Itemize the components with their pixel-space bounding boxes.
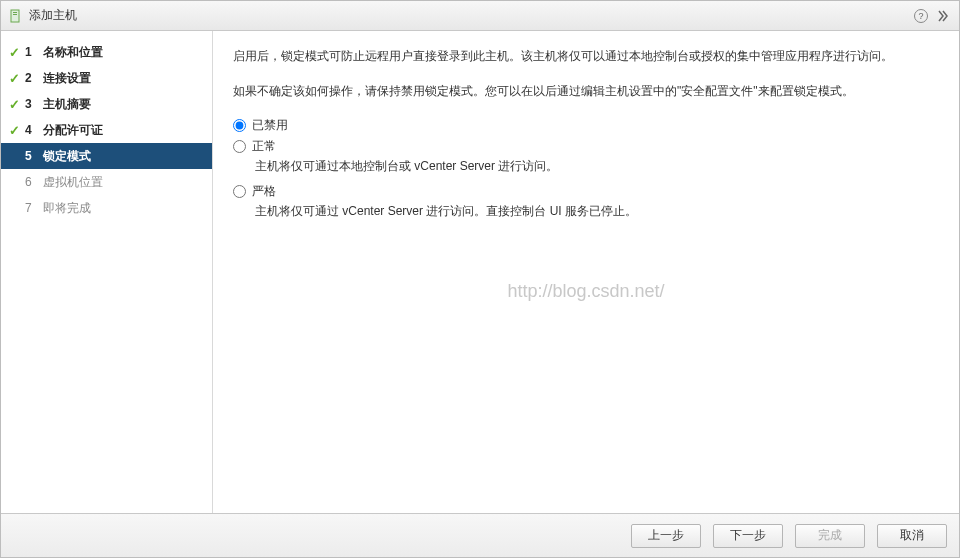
svg-rect-2 (13, 14, 17, 15)
option-disabled[interactable]: 已禁用 (233, 117, 943, 134)
step-number: 5 (25, 149, 39, 163)
option-normal[interactable]: 正常 (233, 138, 943, 155)
step-connection[interactable]: ✓ 2 连接设置 (1, 65, 212, 91)
next-button[interactable]: 下一步 (713, 524, 783, 548)
wizard-steps: ✓ 1 名称和位置 ✓ 2 连接设置 ✓ 3 主机摘要 ✓ 4 分配许可证 ✓ (1, 31, 213, 513)
radio-strict[interactable] (233, 185, 246, 198)
check-icon: ✓ (9, 175, 25, 190)
step-lockdown[interactable]: ✓ 5 锁定模式 (1, 143, 212, 169)
dialog-title: 添加主机 (29, 7, 77, 24)
option-strict[interactable]: 严格 (233, 183, 943, 200)
add-host-dialog: 添加主机 ? ✓ 1 名称和位置 ✓ 2 连接设置 ✓ 3 主机摘要 (0, 0, 960, 558)
watermark-text: http://blog.csdn.net/ (213, 281, 959, 302)
step-label: 即将完成 (43, 200, 91, 217)
back-button[interactable]: 上一步 (631, 524, 701, 548)
svg-text:?: ? (918, 11, 923, 21)
hint-text: 如果不确定该如何操作，请保持禁用锁定模式。您可以在以后通过编辑主机设置中的"安全… (233, 82, 943, 101)
option-label: 正常 (252, 138, 276, 155)
check-icon: ✓ (9, 149, 25, 164)
step-license[interactable]: ✓ 4 分配许可证 (1, 117, 212, 143)
content-pane: 启用后，锁定模式可防止远程用户直接登录到此主机。该主机将仅可以通过本地控制台或授… (213, 31, 959, 513)
step-number: 6 (25, 175, 39, 189)
expand-icon[interactable] (935, 8, 951, 24)
cancel-button[interactable]: 取消 (877, 524, 947, 548)
step-vm-location: ✓ 6 虚拟机位置 (1, 169, 212, 195)
option-strict-desc: 主机将仅可通过 vCenter Server 进行访问。直接控制台 UI 服务已… (255, 202, 943, 220)
check-icon: ✓ (9, 45, 25, 60)
step-number: 7 (25, 201, 39, 215)
step-label: 名称和位置 (43, 44, 103, 61)
step-label: 主机摘要 (43, 96, 91, 113)
step-name-location[interactable]: ✓ 1 名称和位置 (1, 39, 212, 65)
step-number: 3 (25, 97, 39, 111)
step-number: 4 (25, 123, 39, 137)
finish-button: 完成 (795, 524, 865, 548)
radio-disabled[interactable] (233, 119, 246, 132)
check-icon: ✓ (9, 123, 25, 138)
intro-text: 启用后，锁定模式可防止远程用户直接登录到此主机。该主机将仅可以通过本地控制台或授… (233, 47, 943, 66)
check-icon: ✓ (9, 97, 25, 112)
svg-rect-1 (13, 12, 17, 13)
svg-rect-0 (11, 10, 19, 22)
footer: 上一步 下一步 完成 取消 (1, 513, 959, 557)
step-label: 虚拟机位置 (43, 174, 103, 191)
step-number: 2 (25, 71, 39, 85)
option-label: 严格 (252, 183, 276, 200)
step-label: 分配许可证 (43, 122, 103, 139)
option-label: 已禁用 (252, 117, 288, 134)
host-icon (9, 9, 23, 23)
step-ready: ✓ 7 即将完成 (1, 195, 212, 221)
step-label: 锁定模式 (43, 148, 91, 165)
step-label: 连接设置 (43, 70, 91, 87)
titlebar: 添加主机 ? (1, 1, 959, 31)
check-icon: ✓ (9, 71, 25, 86)
step-summary[interactable]: ✓ 3 主机摘要 (1, 91, 212, 117)
check-icon: ✓ (9, 201, 25, 216)
dialog-body: ✓ 1 名称和位置 ✓ 2 连接设置 ✓ 3 主机摘要 ✓ 4 分配许可证 ✓ (1, 31, 959, 513)
step-number: 1 (25, 45, 39, 59)
option-normal-desc: 主机将仅可通过本地控制台或 vCenter Server 进行访问。 (255, 157, 943, 175)
radio-normal[interactable] (233, 140, 246, 153)
help-icon[interactable]: ? (913, 8, 929, 24)
